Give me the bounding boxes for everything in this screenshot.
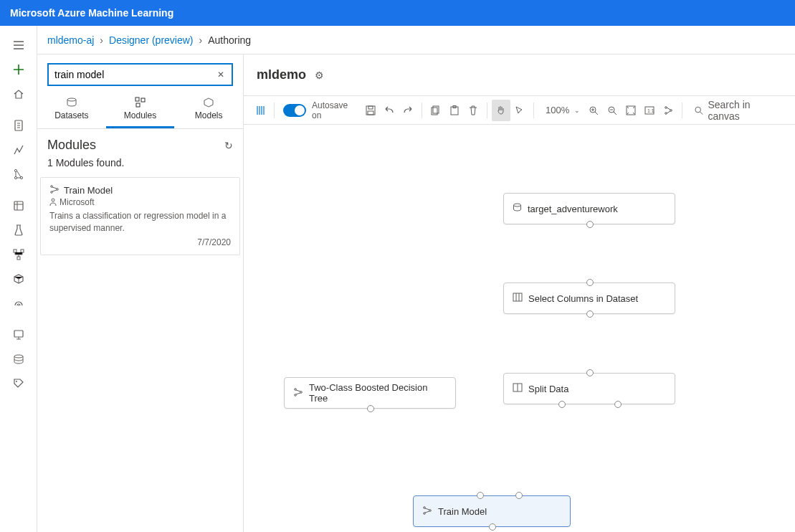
svg-point-33 [665, 112, 667, 114]
port-in-2[interactable] [515, 492, 523, 499]
svg-point-39 [295, 388, 297, 390]
models-icon[interactable] [6, 267, 32, 291]
search-box[interactable]: ✕ [47, 63, 233, 86]
zoom-level-dropdown[interactable]: 100% ⌄ [538, 100, 584, 121]
svg-rect-13 [135, 98, 139, 101]
main-area: mldemo-aj › Designer (preview) › Authori… [0, 26, 795, 532]
pan-icon[interactable] [492, 100, 510, 121]
svg-point-17 [51, 191, 53, 194]
train-model-icon [422, 506, 432, 517]
svg-rect-4 [14, 201, 23, 210]
datastores-icon[interactable] [6, 347, 32, 371]
svg-point-41 [300, 391, 303, 393]
search-canvas[interactable]: Search in canvas [687, 99, 788, 122]
port-in[interactable] [586, 279, 594, 286]
search-icon [694, 105, 703, 115]
pipelines-icon[interactable] [6, 242, 32, 267]
node-train-model[interactable]: Train Model [413, 495, 571, 527]
split-icon [513, 383, 523, 394]
port-out[interactable] [586, 310, 594, 318]
plus-icon[interactable] [6, 57, 32, 82]
breadcrumb-designer[interactable]: Designer (preview) [109, 34, 193, 46]
node-split-data[interactable]: Split Data [503, 373, 675, 404]
datasets-icon[interactable] [6, 194, 32, 218]
port-in[interactable] [586, 369, 594, 376]
svg-point-34 [670, 109, 672, 111]
connectors [244, 125, 459, 232]
svg-point-11 [16, 381, 17, 382]
node-label: Select Columns in Dataset [528, 293, 638, 304]
tab-datasets[interactable]: Datasets [37, 96, 106, 128]
svg-point-32 [665, 106, 667, 108]
port-out-1[interactable] [558, 401, 566, 408]
save-icon[interactable] [361, 100, 380, 121]
columns-icon [513, 293, 523, 304]
body-split: ✕ Datasets Modules [37, 54, 795, 532]
svg-point-10 [14, 355, 23, 358]
clear-icon[interactable]: ✕ [214, 70, 227, 80]
svg-point-12 [67, 98, 76, 101]
tab-modules[interactable]: Modules [106, 96, 175, 128]
designer-icon[interactable] [6, 162, 32, 186]
fit-icon[interactable] [622, 100, 640, 121]
tab-models[interactable]: Models [174, 96, 243, 128]
toggle-on-icon[interactable] [283, 104, 306, 117]
port-out-2[interactable] [614, 401, 622, 408]
module-card-train-model[interactable]: Train Model Microsoft Trains a classific… [40, 177, 240, 255]
delete-icon[interactable] [464, 100, 482, 121]
modules-tab-icon [106, 96, 175, 109]
gear-icon[interactable]: ⚙ [315, 70, 324, 81]
breadcrumb-workspace[interactable]: mldemo-aj [47, 34, 94, 46]
search-canvas-label: Search in canvas [708, 99, 781, 122]
layer-icon[interactable] [251, 100, 270, 121]
port-out[interactable] [586, 221, 594, 228]
select-icon[interactable] [510, 100, 529, 121]
experiments-icon[interactable] [6, 218, 32, 242]
zoom-text: 100% [543, 105, 572, 115]
notebooks-icon[interactable] [6, 113, 32, 138]
nav-rail [0, 26, 37, 532]
chevron-right-icon: › [100, 34, 103, 46]
menu-icon[interactable] [6, 33, 32, 57]
tab-models-label: Models [195, 110, 223, 120]
autosave-toggle[interactable]: Autosave on [279, 100, 361, 121]
module-card-desc: Trains a classification or regression mo… [49, 210, 231, 234]
refresh-icon[interactable]: ↻ [224, 140, 233, 151]
zoom-out-icon[interactable] [603, 100, 622, 121]
port-in-1[interactable] [477, 492, 484, 499]
node-twoclass-boosted-tree[interactable]: Two-Class Boosted Decision Tree [284, 377, 456, 409]
port-out[interactable] [367, 405, 374, 412]
svg-rect-22 [368, 111, 373, 115]
person-icon [49, 198, 57, 207]
port-out[interactable] [489, 523, 496, 531]
svg-point-1 [14, 169, 16, 171]
node-label: Two-Class Boosted Decision Tree [309, 382, 447, 404]
automl-icon[interactable] [6, 138, 32, 162]
content-col: mldemo-aj › Designer (preview) › Authori… [37, 26, 795, 532]
endpoints-icon[interactable] [6, 291, 32, 315]
svg-rect-7 [17, 257, 20, 260]
redo-icon[interactable] [399, 100, 417, 121]
actual-size-icon[interactable]: 1:1 [640, 100, 659, 121]
module-card-author-text: Microsoft [59, 197, 95, 207]
copy-icon[interactable] [427, 100, 445, 121]
pipeline-name: mldemo [257, 67, 306, 82]
node-label: Split Data [528, 384, 568, 394]
app-header-bar: Microsoft Azure Machine Learning [0, 0, 795, 26]
compute-icon[interactable] [6, 323, 32, 347]
asset-panel: ✕ Datasets Modules [37, 54, 244, 532]
models-tab-icon [174, 96, 243, 109]
node-select-columns[interactable]: Select Columns in Dataset [503, 282, 675, 314]
asset-tabs: Datasets Modules Models [37, 92, 243, 129]
svg-point-16 [51, 186, 53, 188]
autolayout-icon[interactable] [659, 100, 677, 121]
labeling-icon[interactable] [6, 371, 32, 396]
home-icon[interactable] [6, 82, 32, 106]
node-target-adventurework[interactable]: target_adventurework [503, 193, 675, 224]
svg-rect-21 [368, 106, 373, 109]
canvas[interactable]: target_adventurework Select Columns in D… [244, 125, 795, 532]
zoom-in-icon[interactable] [584, 100, 603, 121]
paste-icon[interactable] [445, 100, 464, 121]
search-input[interactable] [54, 69, 214, 80]
undo-icon[interactable] [380, 100, 399, 121]
